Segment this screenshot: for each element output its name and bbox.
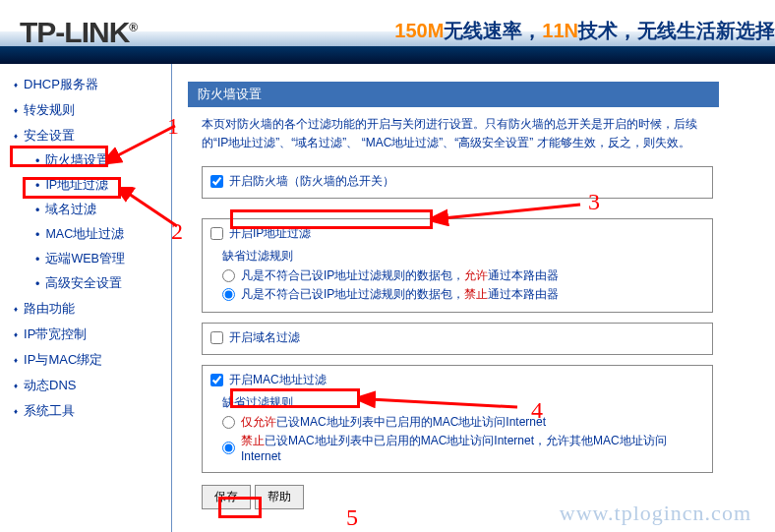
mac-rule-deny-radio[interactable]	[222, 442, 235, 454]
sidebar-item-3[interactable]: 防火墙设置	[14, 148, 171, 173]
sidebar-item-2[interactable]: 安全设置	[14, 123, 171, 148]
help-button[interactable]: 帮助	[255, 485, 304, 509]
save-button[interactable]: 保存	[202, 485, 251, 509]
mac-filter-row[interactable]: 开启MAC地址过滤	[210, 372, 704, 388]
sidebar-item-11[interactable]: IP与MAC绑定	[14, 347, 171, 373]
mac-filter-checkbox[interactable]	[210, 374, 223, 386]
domain-filter-label: 开启域名过滤	[229, 329, 300, 346]
ip-rule-deny-radio[interactable]	[222, 288, 235, 301]
panel-title: 防火墙设置	[188, 82, 719, 107]
ip-filter-block: 开启IP地址过滤 缺省过滤规则 凡是不符合已设IP地址过滤规则的数据包，允许通过…	[202, 218, 713, 313]
panel-description: 本页对防火墙的各个过滤功能的开启与关闭进行设置。只有防火墙的总开关是开启的时候，…	[202, 115, 705, 152]
sidebar-item-0[interactable]: DHCP服务器	[14, 72, 171, 97]
domain-filter-row[interactable]: 开启域名过滤	[210, 329, 704, 346]
sidebar-item-8[interactable]: 高级安全设置	[14, 271, 171, 296]
ip-rule-allow-radio[interactable]	[222, 269, 235, 282]
content-area: 防火墙设置 本页对防火墙的各个过滤功能的开启与关闭进行设置。只有防火墙的总开关是…	[172, 64, 775, 532]
sidebar-item-4[interactable]: IP地址过滤	[14, 173, 171, 198]
nav-sidebar: DHCP服务器转发规则安全设置防火墙设置IP地址过滤域名过滤MAC地址过滤远端W…	[0, 64, 172, 532]
mac-filter-block: 开启MAC地址过滤 缺省过滤规则 仅允许已设MAC地址列表中已启用的MAC地址访…	[202, 365, 713, 473]
mac-filter-label: 开启MAC地址过滤	[229, 372, 327, 388]
sidebar-item-6[interactable]: MAC地址过滤	[14, 222, 171, 247]
ip-filter-checkbox[interactable]	[210, 227, 223, 240]
app-header: TP-LINK® 150M无线速率，11N技术，无线生活新选择	[0, 0, 775, 64]
sidebar-item-7[interactable]: 远端WEB管理	[14, 247, 171, 271]
domain-filter-block: 开启域名过滤	[202, 323, 713, 355]
ip-rule-deny[interactable]: 凡是不符合已设IP地址过滤规则的数据包，禁止通过本路由器	[210, 285, 704, 304]
sidebar-item-10[interactable]: IP带宽控制	[14, 322, 171, 347]
mac-rule-allow[interactable]: 仅允许已设MAC地址列表中已启用的MAC地址访问Internet	[210, 413, 704, 432]
ip-rule-allow[interactable]: 凡是不符合已设IP地址过滤规则的数据包，允许通过本路由器	[210, 266, 704, 285]
firewall-master-checkbox[interactable]	[210, 175, 223, 188]
mac-rule-allow-radio[interactable]	[222, 416, 235, 429]
firewall-master-label: 开启防火墙（防火墙的总开关）	[229, 173, 394, 190]
firewall-master-block: 开启防火墙（防火墙的总开关）	[202, 166, 713, 199]
ip-filter-row[interactable]: 开启IP地址过滤	[210, 225, 704, 242]
mac-rule-title: 缺省过滤规则	[210, 388, 704, 413]
firewall-master-row[interactable]: 开启防火墙（防火墙的总开关）	[210, 173, 704, 190]
logo: TP-LINK®	[0, 16, 156, 49]
sidebar-item-13[interactable]: 系统工具	[14, 398, 171, 424]
sidebar-item-12[interactable]: 动态DNS	[14, 373, 171, 398]
ip-filter-label: 开启IP地址过滤	[229, 225, 311, 242]
mac-rule-deny[interactable]: 禁止已设MAC地址列表中已启用的MAC地址访问Internet，允许其他MAC地…	[210, 432, 704, 464]
sidebar-item-5[interactable]: 域名过滤	[14, 198, 171, 222]
button-bar: 保存 帮助	[202, 483, 705, 509]
header-tagline: 150M无线速率，11N技术，无线生活新选择	[394, 18, 775, 44]
sidebar-item-9[interactable]: 路由功能	[14, 296, 171, 322]
header-bar	[0, 46, 775, 64]
ip-rule-title: 缺省过滤规则	[210, 242, 704, 266]
sidebar-item-1[interactable]: 转发规则	[14, 97, 171, 123]
domain-filter-checkbox[interactable]	[210, 331, 223, 344]
